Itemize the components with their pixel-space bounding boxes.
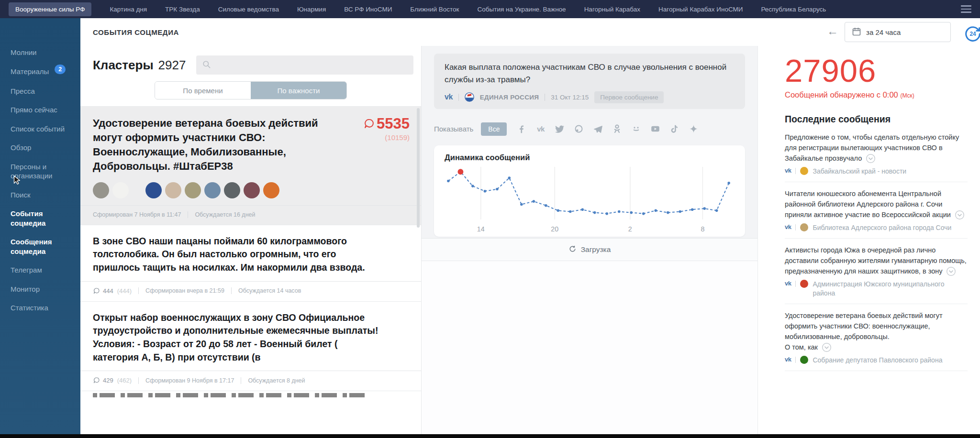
expand-chevron-icon[interactable] <box>946 266 956 276</box>
source-name-link[interactable]: Администрация Южского муниципального рай… <box>813 280 968 298</box>
topbar-tabs: Вооруженные силы РФКартина дняТРК Звезда… <box>9 2 826 16</box>
vk-icon[interactable]: vk <box>535 124 546 134</box>
cluster-title: В зоне СВО наши пацаны поймали 60 килогр… <box>93 235 380 274</box>
refresh-24h-icon[interactable]: 24 <box>964 25 980 43</box>
expand-chevron-icon[interactable] <box>955 210 965 220</box>
topbar-tab[interactable]: ВС РФ ИноСМИ <box>344 6 392 13</box>
message-source: vkЗабайкальский край - новости <box>785 167 968 176</box>
latest-messages-list: Предложение о том, чтобы сделать отдельн… <box>785 126 968 371</box>
topbar-tab[interactable]: Республика Беларусь <box>761 6 826 13</box>
message-text: Читатели юношеского абонемента Центральн… <box>785 188 968 220</box>
sidebar-item-поиск[interactable]: Поиск <box>0 186 80 205</box>
sidebar-item-label: Прямо сейчас <box>11 106 57 114</box>
topbar-tab[interactable]: Нагорный Карабах ИноСМИ <box>658 6 743 13</box>
mentions-count: 5535 <box>363 115 410 132</box>
message-timestamp: 31 Окт 12:15 <box>551 94 589 101</box>
topbar-tab[interactable]: Ближний Восток <box>410 6 459 13</box>
message-source: vkСобрание депутатов Павловского района <box>785 356 968 365</box>
mouse-cursor-icon <box>11 175 22 186</box>
vk-icon: vk <box>785 223 791 230</box>
cluster-list: Удостоверение ветерана боевых действий м… <box>80 107 421 391</box>
loading-button[interactable]: Загрузка <box>422 238 757 261</box>
source-name-link[interactable]: Забайкальский край - новости <box>813 167 906 176</box>
zen-icon[interactable] <box>689 124 699 134</box>
sidebar-item-label: Молнии <box>11 48 36 56</box>
chart-title: Динамика сообщений <box>445 153 735 162</box>
mentions-count-small: 429(462) <box>93 377 132 384</box>
cluster-card[interactable]: В зоне СВО наши пацаны поймали 60 килогр… <box>80 225 421 302</box>
odnoklassniki-icon[interactable] <box>612 124 622 134</box>
search-input[interactable] <box>215 61 408 70</box>
cluster-card[interactable]: Удостоверение ветерана боевых действий м… <box>80 107 421 225</box>
cluster-card[interactable]: Открыт набор военнослужащих в зону СВО О… <box>80 302 421 392</box>
sidebar-item-сообщения-соцмедиа[interactable]: Сообщения соцмедиа <box>0 232 80 261</box>
messages-found-label: Сообщений обнаружено с 0:00 (Мск) <box>785 90 968 99</box>
expand-chevron-icon[interactable] <box>866 153 876 164</box>
network-icons: vk <box>516 124 699 134</box>
source-name-link[interactable]: Библиотека Адлерского района города Сочи <box>813 223 951 232</box>
sidebar-item-обзор[interactable]: Обзор <box>0 138 80 157</box>
message-text: Активисты города Южа в очередной раз лич… <box>785 245 968 276</box>
telegram-icon[interactable] <box>593 124 603 134</box>
sort-toggle-row: По времени По важности <box>80 81 421 107</box>
sidebar-item-label: События соцмедиа <box>11 209 45 227</box>
vk-icon: vk <box>445 93 453 101</box>
sidebar-item-молнии[interactable]: Молнии <box>0 43 80 62</box>
cluster-meta: 429(462)Сформирован 9 Ноября в 17:17Обсу… <box>80 371 421 391</box>
calendar-icon <box>852 27 861 38</box>
globe-icon[interactable] <box>574 124 584 134</box>
clusters-title: Кластеры <box>93 58 154 73</box>
divider <box>795 281 796 287</box>
message-source: vkБиблиотека Адлерского района города Со… <box>785 223 968 232</box>
topbar-tab[interactable]: Юнармия <box>297 6 326 13</box>
smiley-icon[interactable] <box>631 124 641 134</box>
cluster-meta: Сформирован 7 Ноября в 11:47Обсуждается … <box>80 205 421 225</box>
hamburger-menu-icon[interactable] <box>961 5 971 13</box>
expand-chevron-icon[interactable] <box>822 342 832 352</box>
source-name: ЕДИНАЯ РОССИЯ <box>480 94 539 101</box>
sidebar-item-список-событий[interactable]: Список событий <box>0 120 80 139</box>
filter-all-button[interactable]: Все <box>481 122 507 136</box>
refresh-icon <box>568 245 577 255</box>
cluster-list-scrollbar[interactable] <box>417 108 420 228</box>
topbar-tab[interactable]: ТРК Звезда <box>165 6 200 13</box>
avatar <box>112 182 129 198</box>
date-filter-select[interactable]: за 24 часа <box>845 22 951 42</box>
facebook-icon[interactable] <box>516 124 526 134</box>
cluster-title: Открыт набор военнослужащих в зону СВО О… <box>93 311 380 364</box>
first-message-text: Какая выплата положена участникам СВО в … <box>445 61 735 87</box>
youtube-icon[interactable] <box>650 124 660 134</box>
back-arrow-button[interactable]: ← <box>827 24 838 38</box>
avatar <box>145 182 162 198</box>
sidebar-item-прямо-сейчас[interactable]: Прямо сейчас <box>0 100 80 120</box>
sidebar-item-label: Пресса <box>11 87 35 95</box>
message-text: Удостоверение ветерана боевых действий м… <box>785 310 968 352</box>
sidebar-item-монитор[interactable]: Монитор <box>0 280 80 299</box>
twitter-icon[interactable] <box>555 124 565 134</box>
total-messages-count: 27906 <box>785 55 968 87</box>
sidebar-item-label: Монитор <box>11 285 40 293</box>
discussed-label: Обсуждается 14 часов <box>231 287 301 294</box>
sidebar-item-пресса[interactable]: Пресса <box>0 82 80 101</box>
sort-by-time-button[interactable]: По времени <box>155 82 251 99</box>
formed-label: Сформирован 9 Ноября в 17:17 <box>138 377 234 384</box>
topbar-tab[interactable]: Картина дня <box>110 6 147 13</box>
topbar-tab[interactable]: Нагорный Карабах <box>584 6 640 13</box>
source-name-link[interactable]: Собрание депутатов Павловского района <box>813 356 942 365</box>
topbar-tab[interactable]: События на Украине. Важное <box>478 6 566 13</box>
cluster-search[interactable] <box>196 55 413 75</box>
topbar-tab[interactable]: Вооруженные силы РФ <box>9 2 91 16</box>
sidebar-item-материалы[interactable]: Материалы2 <box>0 62 80 82</box>
app-window: Вооруженные силы РФКартина дняТРК Звезда… <box>0 0 980 438</box>
latest-message-item: Активисты города Южа в очередной раз лич… <box>785 239 968 304</box>
topbar-tab[interactable]: Силовые ведомства <box>218 6 279 13</box>
sidebar-item-события-соцмедиа[interactable]: События соцмедиа <box>0 204 80 232</box>
first-message-badge[interactable]: Первое сообщение <box>594 91 664 103</box>
latest-messages-title: Последние сообщения <box>785 114 968 125</box>
sidebar-item-телеграм[interactable]: Телеграм <box>0 261 80 280</box>
sort-by-importance-button[interactable]: По важности <box>251 82 346 99</box>
sort-segmented-control: По времени По важности <box>155 81 347 99</box>
sidebar-item-статистика[interactable]: Статистика <box>0 298 80 318</box>
tiktok-icon[interactable] <box>669 124 679 134</box>
divider <box>795 224 796 230</box>
